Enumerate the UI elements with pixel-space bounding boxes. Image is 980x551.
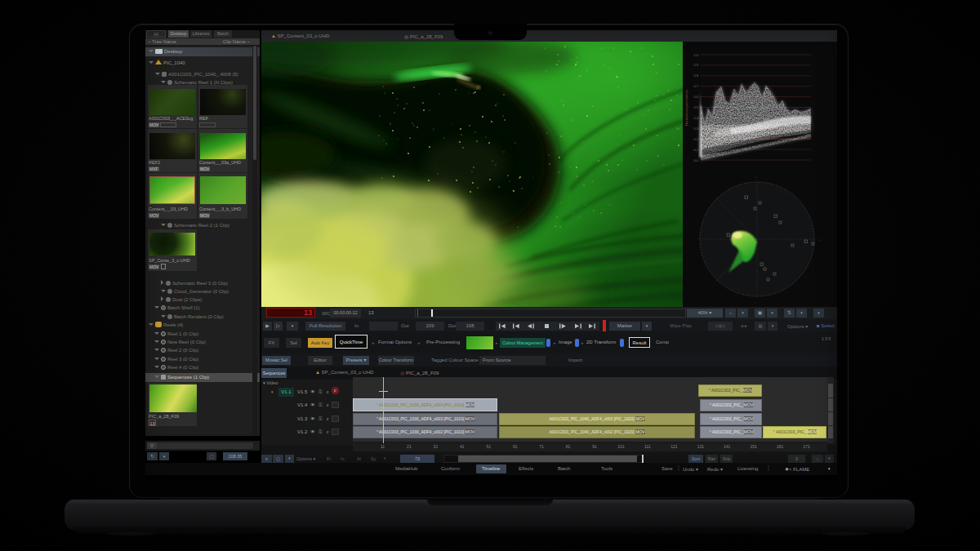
svg-text:0.2: 0.2 <box>693 137 698 141</box>
svg-text:0.9: 0.9 <box>693 63 698 67</box>
svg-text:0.4: 0.4 <box>693 116 698 120</box>
svg-text:Normalized pixel values: Normalized pixel values <box>684 90 688 126</box>
svg-text:0.3: 0.3 <box>693 127 698 131</box>
svg-text:1.0: 1.0 <box>693 53 698 57</box>
svg-text:0.7: 0.7 <box>693 84 698 88</box>
svg-text:+: + <box>755 176 756 179</box>
svg-text:0.8: 0.8 <box>693 73 698 78</box>
svg-text:0.1: 0.1 <box>693 148 698 152</box>
svg-text:0.6: 0.6 <box>693 95 698 99</box>
svg-text:0.5: 0.5 <box>693 105 698 109</box>
svg-text:+: + <box>818 238 820 242</box>
svg-text:0.0: 0.0 <box>693 158 698 162</box>
